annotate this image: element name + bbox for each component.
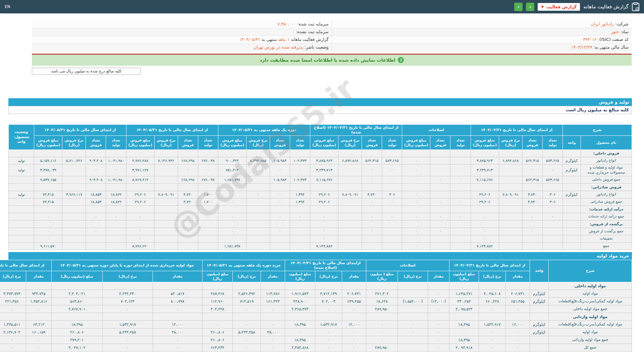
table-cell [51,282,102,290]
table-cell: ۰ [153,344,202,351]
table-cell [338,213,362,220]
table-cell [450,150,471,157]
info-label: وضعیت ناشر: [303,45,329,50]
table-cell: ۲۹,۲۰۶ [310,198,338,205]
product-name-cell: انواع رادیاتور [581,157,632,165]
table-cell: ۰ [86,165,106,176]
table-cell [402,183,430,191]
status-cell [9,176,34,183]
table-cell [382,205,402,213]
table-cell: ۰ [397,320,428,328]
table-cell [154,242,178,250]
table-cell: ۰ [506,344,530,351]
table-cell: ۰ [402,198,430,205]
table-cell [153,313,202,320]
info-value: رادیاتور ایران [591,21,614,26]
table-cell: ۱۲,۰۰۰ [342,320,366,328]
table-cell: ۴۸,۰۰۰ [261,328,285,336]
column-header: تعداد فروش [270,136,290,150]
table-cell: ۲۶۰,۸۰۶ [51,328,102,336]
table-cell: ۰ [290,165,310,176]
table-cell [86,183,106,191]
unit-cell [562,198,581,205]
table-cell: ۳,۳۷۳,۷۷۳ [0,290,26,297]
table-cell: ۰ [522,213,542,220]
section-bar-title: تولید و فروش [599,100,629,105]
table-cell: ۰ [270,165,290,176]
table-cell: ۰ [366,336,397,344]
next-report-button[interactable]: › [526,3,534,11]
table-cell [285,313,315,320]
table-cell: ۰ [126,213,154,220]
table-cell: ۱۱۴,۹۶۰ [202,297,232,305]
product-name-cell: جمع درآمد ارائه خدمات [581,213,632,220]
column-header: مقدار [26,271,51,282]
table-cell: ۰ [342,336,366,344]
table-cell [198,150,218,157]
table-cell [270,150,290,157]
table-cell [310,205,338,213]
table-cell: ۰ [86,228,106,235]
table-cell [342,313,366,320]
language-switch-link[interactable]: EN [5,4,10,9]
table-cell [154,213,178,220]
table-cell: ۴۳۰,۲۵۲ [449,297,479,305]
column-header: نرخ فروش (ریال) [154,136,178,150]
table-cell [315,313,342,320]
table-cell [86,220,106,228]
table-cell [198,205,218,213]
table-cell [397,290,428,297]
table-cell [562,150,581,157]
column-header: نرخ (ریال) [315,271,342,282]
info-value: ۱ ماهه [278,37,290,42]
table-cell: ۲,۷۶۷,۹۰۱ [51,305,102,313]
table-cell [315,282,342,290]
table-cell [542,220,562,228]
previous-report-button[interactable]: ‹ [514,3,523,11]
table-cell: ۲۹,۲۰۶ [126,198,154,205]
table-cell: ۰ [402,176,430,183]
table-cell [522,242,542,250]
info-value: ۳۴۳۰۱۲ [583,37,597,42]
table-cell [126,220,154,228]
table-cell [270,205,290,213]
table-cell: ۴۸,۰۰۰ [153,328,202,336]
table-cell [310,183,338,191]
table-cell: ۱,۵۳۲,۹۱۷ [479,320,506,328]
table-cell: ۲۷۱,۳۰۲ [366,290,397,297]
table-cell: ۶۶۰,۴۴۸ [479,297,506,305]
table-cell: ۲۸۷,۴۶۸ [202,290,232,297]
report-type-button[interactable]: گزارش فعالیت ▼ [538,3,580,11]
clipboard-icon [632,2,639,11]
table-cell [542,205,562,213]
table-cell: ۷۰۴,۱۲۳ [102,297,153,305]
table-cell: ۷,۱۱۵,۶۷۶ [471,176,499,183]
table-cell [34,220,62,228]
table-cell: ۰ [261,344,285,351]
table-cell: ۰ [86,213,106,220]
table-cell: ۰ [0,336,26,344]
table-cell: ۱۸,۳۹۵ [285,336,315,344]
table-cell [62,165,86,176]
table-cell: ۰ [310,228,338,235]
table-cell [382,235,402,242]
table-cell [450,183,471,191]
table-cell: ۳,۷۴۰ [362,191,382,198]
table-cell: ۰ [202,320,232,328]
table-cell [86,235,106,242]
chevron-left-icon: ‹ [518,4,520,9]
table-cell: ۷۱۲,۵۱۹ [232,297,261,305]
table-cell: ۳,۲۳۹,۷۱۳ [310,165,338,176]
table-cell: ۰ [218,228,246,235]
info-label: کد صنعت (ISIC): [597,37,629,42]
column-header: مقدار [506,271,530,282]
table-cell [178,242,198,250]
table-cell: ۱,۶۴۵,۲۷۱ [449,290,479,297]
table-cell [106,183,126,191]
column-header: مبلغ فروش (میلیون ریال) [471,136,499,150]
table-cell: ۴,۳۷۸,۰۳۹ [34,165,62,176]
table-row: مواد اولیه کمکي(سرب،رنگ،قلع)قطعاتکیلوگرم… [0,297,632,305]
table-cell: ۰ [428,320,449,328]
status-cell [9,198,34,205]
table-cell [450,242,471,250]
